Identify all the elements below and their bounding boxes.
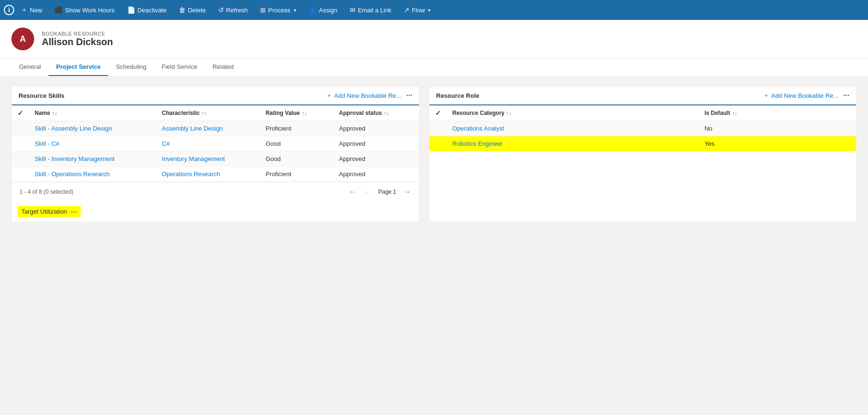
nav-assign-label: Assign [319, 7, 337, 14]
tab-related[interactable]: Related [205, 58, 242, 76]
refresh-icon: ↺ [218, 6, 224, 14]
th-name[interactable]: Name ↑↓ [29, 105, 156, 121]
row-rating: Good [260, 151, 334, 167]
role-th-check: ✓ [429, 105, 447, 121]
nav-delete-button[interactable]: 🗑 Delete [173, 0, 212, 20]
resource-role-more-button[interactable]: ··· [843, 91, 849, 100]
nav-info-button[interactable]: ℹ [4, 5, 14, 15]
nav-assign-button[interactable]: 👤 Assign [303, 0, 343, 20]
row-approval: Approved [333, 167, 419, 182]
page-number: Page 1 [376, 189, 398, 195]
row-characteristic[interactable]: Assembly Line Design [156, 121, 260, 136]
row-check [12, 151, 29, 167]
nav-refresh-label: Refresh [226, 7, 248, 14]
resource-role-title: Resource Role [436, 92, 763, 99]
email-icon: ✉ [350, 6, 355, 14]
record-title-area: BOOKABLE RESOURCE Allison Dickson [42, 31, 113, 47]
plus-icon-role: ＋ [763, 91, 769, 100]
table-row[interactable]: Skill - C# C# Good Approved [12, 136, 419, 151]
resource-role-panel: Resource Role ＋ Add New Bookable Re... ·… [429, 86, 857, 222]
table-row[interactable]: Operations Analyst No [429, 121, 856, 136]
row-category[interactable]: Operations Analyst [447, 121, 699, 136]
resource-role-actions: ＋ Add New Bookable Re... ··· [763, 91, 849, 100]
process-dropdown-arrow: ▾ [294, 8, 296, 13]
page-info: 1 - 4 of 8 (0 selected) [18, 189, 73, 195]
approval-sort-icon: ↑↓ [384, 110, 389, 116]
record-name: Allison Dickson [42, 37, 113, 47]
nav-show-work-hours-label: Show Work Hours [65, 7, 115, 14]
record-header: A BOOKABLE RESOURCE Allison Dickson [0, 20, 868, 58]
row-rating: Proficient [260, 121, 334, 136]
th-rating[interactable]: Rating Value ↑↓ [260, 105, 334, 121]
row-approval: Approved [333, 136, 419, 151]
resource-skills-more-button[interactable]: ··· [406, 91, 412, 100]
tabs-bar: General Project Service Scheduling Field… [0, 58, 868, 76]
row-is-default: Yes [699, 136, 856, 151]
th-approval[interactable]: Approval status ↑↓ [333, 105, 419, 121]
row-check [429, 136, 447, 151]
nav-deactivate-button[interactable]: 📄 Deactivate [121, 0, 172, 20]
row-is-default: No [699, 121, 856, 136]
page-prev-button[interactable]: ← [361, 186, 373, 198]
add-new-resource-skill-button[interactable]: ＋ Add New Bookable Re... [326, 91, 401, 100]
table-row[interactable]: Skill - Assembly Line Design Assembly Li… [12, 121, 419, 136]
row-check [12, 136, 29, 151]
add-new-resource-role-button[interactable]: ＋ Add New Bookable Re... [763, 91, 839, 100]
assign-icon: 👤 [308, 6, 317, 14]
row-rating: Proficient [260, 167, 334, 182]
characteristic-sort-icon: ↑↓ [202, 110, 207, 116]
deactivate-icon: 📄 [127, 6, 135, 14]
nav-new-button[interactable]: ＋ New [15, 0, 48, 20]
table-row[interactable]: Skill - Inventory Management Inventory M… [12, 151, 419, 167]
target-utilization-row: Target Utilization --- [12, 201, 419, 222]
table-header-row: ✓ Name ↑↓ Characteristic ↑↓ [12, 105, 419, 121]
row-check [12, 121, 29, 136]
record-type: BOOKABLE RESOURCE [42, 31, 113, 37]
nav-flow-button[interactable]: ↗ Flow ▾ [398, 0, 436, 20]
tab-project-service[interactable]: Project Service [48, 58, 108, 76]
target-utilization-value: --- [71, 208, 77, 215]
nav-show-work-hours-button[interactable]: ⬛ Show Work Hours [49, 0, 121, 20]
row-check [12, 167, 29, 182]
row-approval: Approved [333, 151, 419, 167]
nav-email-button[interactable]: ✉ Email a Link [344, 0, 397, 20]
tab-field-service[interactable]: Field Service [154, 58, 205, 76]
nav-deactivate-label: Deactivate [138, 7, 167, 14]
resource-skills-panel-header: Resource Skills ＋ Add New Bookable Re...… [12, 86, 419, 105]
header-checkmark: ✓ [18, 109, 23, 117]
row-check [429, 121, 447, 136]
nav-delete-label: Delete [188, 7, 206, 14]
nav-new-label: New [30, 7, 42, 14]
resource-role-table: ✓ Resource Category ↑↓ Is Default ↑↓ [429, 105, 856, 151]
role-header-checkmark: ✓ [435, 109, 441, 117]
row-characteristic[interactable]: Inventory Management [156, 151, 260, 167]
nav-email-label: Email a Link [358, 7, 392, 14]
tab-scheduling[interactable]: Scheduling [108, 58, 154, 76]
resource-skills-table: ✓ Name ↑↓ Characteristic ↑↓ [12, 105, 419, 182]
new-icon: ＋ [21, 6, 28, 14]
name-sort-icon: ↑↓ [52, 110, 57, 116]
th-is-default[interactable]: Is Default ↑↓ [699, 105, 856, 121]
th-resource-category[interactable]: Resource Category ↑↓ [447, 105, 699, 121]
page-next-button[interactable]: → [401, 186, 413, 198]
row-approval: Approved [333, 121, 419, 136]
row-characteristic[interactable]: C# [156, 136, 260, 151]
row-category[interactable]: Robotics Engineer [447, 136, 699, 151]
th-characteristic[interactable]: Characteristic ↑↓ [156, 105, 260, 121]
tab-general[interactable]: General [11, 58, 48, 76]
row-name[interactable]: Skill - Inventory Management [29, 151, 156, 167]
row-name[interactable]: Skill - Assembly Line Design [29, 121, 156, 136]
row-name[interactable]: Skill - C# [29, 136, 156, 151]
row-name[interactable]: Skill - Operations Research [29, 167, 156, 182]
category-sort-icon: ↑↓ [506, 110, 512, 116]
row-characteristic[interactable]: Operations Research [156, 167, 260, 182]
nav-refresh-button[interactable]: ↺ Refresh [213, 0, 254, 20]
page-first-button[interactable]: ⇤ [347, 186, 358, 198]
table-row[interactable]: Skill - Operations Research Operations R… [12, 167, 419, 182]
resource-skills-actions: ＋ Add New Bookable Re... ··· [326, 91, 412, 100]
role-table-header-row: ✓ Resource Category ↑↓ Is Default ↑↓ [429, 105, 856, 121]
plus-icon: ＋ [326, 91, 332, 100]
table-row[interactable]: Robotics Engineer Yes [429, 136, 856, 151]
nav-process-button[interactable]: ⊞ Process ▾ [254, 0, 302, 20]
main-content: Resource Skills ＋ Add New Bookable Re...… [0, 76, 868, 232]
